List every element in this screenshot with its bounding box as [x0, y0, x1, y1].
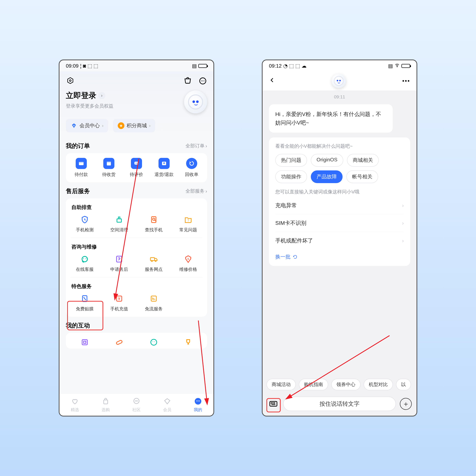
- message-icon[interactable]: [198, 77, 207, 85]
- special-service-title: 特色服务: [68, 282, 205, 294]
- cart-icon[interactable]: [183, 77, 192, 85]
- chat-icon: [131, 158, 142, 169]
- tab-bar: 精选 选购 社区 会员 我的: [60, 393, 213, 416]
- input-bar: 按住说话转文字 ＋: [263, 393, 416, 416]
- service-more[interactable]: 全部服务›: [186, 188, 207, 194]
- self-check-title: 自助排查: [68, 203, 205, 215]
- login-button[interactable]: 立即登录 ›: [66, 90, 113, 101]
- quick-compare[interactable]: 机型对比: [364, 379, 393, 390]
- headset-icon: [80, 254, 89, 264]
- chip-originos[interactable]: OriginOS: [311, 154, 343, 167]
- quick-mall-activity[interactable]: 商城活动: [267, 379, 296, 390]
- svg-point-38: [197, 400, 198, 401]
- plus-button[interactable]: ＋: [400, 398, 412, 410]
- film-icon: [80, 294, 89, 303]
- tab-shop[interactable]: 选购: [90, 394, 121, 416]
- order-pending-review[interactable]: 待评价: [123, 158, 150, 178]
- avatar[interactable]: [184, 90, 207, 113]
- chip-function[interactable]: 功能操作: [275, 170, 307, 183]
- points-mall-label: 积分商城: [127, 122, 147, 129]
- diamond-outline-icon: [163, 397, 172, 406]
- repair-price[interactable]: ¥ 维修价格: [171, 254, 206, 272]
- svg-point-30: [153, 341, 153, 342]
- keyboard-toggle[interactable]: [267, 398, 279, 410]
- interact-header: 我的互动: [66, 322, 207, 330]
- recycle-icon: [186, 158, 197, 169]
- points-mall-pill[interactable]: ★ 积分商城 ›: [113, 119, 155, 132]
- login-title-text: 立即登录: [66, 90, 96, 101]
- quick-more[interactable]: 以: [396, 379, 411, 390]
- order-recycle[interactable]: 回收单: [178, 158, 205, 178]
- settings-hex-icon[interactable]: [66, 77, 75, 85]
- svg-point-39: [199, 400, 200, 401]
- square-icon: [80, 338, 89, 347]
- chevron-right-icon: ›: [205, 188, 207, 194]
- battery-icon: [401, 64, 410, 68]
- svg-point-35: [136, 401, 136, 401]
- apply-aftersale[interactable]: 申请售后: [102, 254, 136, 272]
- tab-community[interactable]: 社区: [121, 394, 152, 416]
- free-film[interactable]: 免费贴膜: [68, 294, 102, 312]
- panel-hint2: 您可以直接输入关键词或像这样问小V哦: [275, 189, 404, 195]
- svg-rect-27: [84, 341, 86, 343]
- chip-mall[interactable]: 商城相关: [347, 154, 379, 167]
- svg-text:¥: ¥: [187, 257, 189, 260]
- chat-header: •••: [263, 71, 416, 90]
- bot-avatar[interactable]: [332, 74, 346, 88]
- chip-product-fault[interactable]: 产品故障: [311, 170, 342, 183]
- sim-icon: ▤: [192, 63, 197, 69]
- orders-header: 我的订单 全部订单›: [66, 142, 207, 150]
- quick-coupon[interactable]: 领券中心: [331, 379, 360, 390]
- service-outlets[interactable]: 服务网点: [136, 254, 171, 272]
- orders-more[interactable]: 全部订单›: [186, 143, 207, 149]
- status-bar: 09:09 ¦ ◙ ⬚ ⬚ ▤: [60, 60, 213, 71]
- interact-item-1[interactable]: [68, 338, 102, 347]
- tab-mine[interactable]: 我的: [183, 394, 213, 416]
- online-service[interactable]: 在线客服: [68, 254, 102, 272]
- space-clean[interactable]: 空间清理: [102, 215, 136, 233]
- free-data[interactable]: 免流服务: [136, 294, 171, 312]
- order-return[interactable]: 退货/退款: [150, 158, 178, 178]
- member-center-pill[interactable]: 会员中心 ›: [66, 119, 108, 132]
- wifi-icon: [394, 63, 400, 69]
- sim-icon: ▤: [388, 63, 393, 69]
- more-button[interactable]: •••: [402, 78, 410, 84]
- faq-charging[interactable]: 充电异常 ›: [275, 197, 404, 214]
- find-phone[interactable]: 查找手机: [136, 215, 171, 233]
- status-time: 09:12: [269, 63, 282, 69]
- faq-sim[interactable]: SIM卡不识别 ›: [275, 214, 404, 232]
- order-pending-receive[interactable]: 待收货: [95, 158, 123, 178]
- profile-header: 立即登录 › 登录享受更多会员权益 会员中心 › ★ 积分商城 ›: [60, 71, 213, 137]
- order-pending-pay[interactable]: 待付款: [68, 158, 95, 178]
- phone-recharge[interactable]: ¥ 手机充值: [102, 294, 136, 312]
- back-button[interactable]: [269, 77, 275, 85]
- shield-icon: [80, 215, 89, 224]
- faq-broken[interactable]: 手机或配件坏了 ›: [275, 232, 404, 249]
- tab-member[interactable]: 会员: [152, 394, 183, 416]
- faq[interactable]: ? 常见问题: [171, 215, 206, 233]
- phone-detect[interactable]: 手机检测: [68, 215, 102, 233]
- yuan-icon: ¥: [114, 294, 124, 303]
- wallet-icon: [76, 158, 87, 169]
- interact-item-2[interactable]: [102, 338, 136, 347]
- keyboard-icon: [269, 399, 278, 408]
- service-card: 自助排查 手机检测 空间清理 查找手机 ? 常见问题: [66, 198, 207, 317]
- voice-input[interactable]: 按住说话转文字: [283, 397, 396, 411]
- phone-left: 09:09 ¦ ◙ ⬚ ⬚ ▤: [59, 60, 214, 416]
- chevron-right-icon: ›: [98, 92, 105, 99]
- chip-hot[interactable]: 热门问题: [275, 154, 307, 167]
- refresh-icon: [293, 255, 298, 259]
- interact-item-4[interactable]: [171, 338, 206, 347]
- interact-item-3[interactable]: [136, 338, 171, 347]
- refresh-button[interactable]: 换一批: [275, 249, 404, 262]
- plus-icon: ＋: [402, 399, 409, 408]
- svg-point-14: [82, 256, 87, 262]
- search-doc-icon: [149, 215, 158, 224]
- bag-icon: [102, 397, 110, 406]
- phone-right: 09:12 ◔ ⬚ ⬚ ☁ ▤ ••• 09:11 Hi，亲爱的V粉，新年快乐！…: [262, 60, 417, 416]
- chip-account[interactable]: 帐号相关: [346, 170, 378, 183]
- quick-buying-guide[interactable]: 购机指南: [299, 379, 328, 390]
- tab-featured[interactable]: 精选: [60, 394, 90, 416]
- status-indicator-icon: ◔ ⬚ ⬚ ☁: [283, 63, 306, 69]
- chevron-right-icon: ›: [402, 238, 404, 244]
